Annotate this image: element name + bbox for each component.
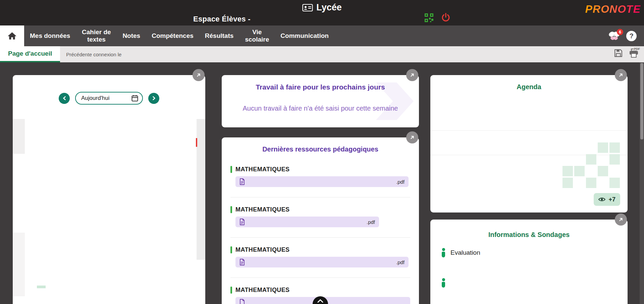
calendar-icon: [131, 95, 138, 102]
date-picker[interactable]: Aujourd'hui: [75, 92, 143, 105]
pdf-label: PDF: [634, 47, 640, 51]
blurred-timetable-block: [13, 233, 25, 296]
help-icon[interactable]: ?: [626, 31, 637, 41]
tab-page-accueil[interactable]: Page d'accueil: [0, 46, 60, 62]
pdf-file-icon: [239, 219, 245, 225]
agenda-more-label: +7: [608, 196, 615, 203]
resource-file-button[interactable]: .pdf: [235, 257, 409, 267]
resource-subject: MATHEMATIQUES: [230, 246, 410, 253]
file-extension-label: .pdf: [396, 179, 405, 185]
subject-label: MATHEMATIQUES: [235, 166, 290, 173]
resource-subject: MATHEMATIQUES: [230, 166, 410, 173]
resources-list: MATHEMATIQUES .pdf MATHEMATIQUES: [222, 157, 419, 304]
date-value: Aujourd'hui: [81, 95, 110, 102]
divider: [430, 130, 628, 131]
agenda-decoration: [562, 142, 623, 191]
notifications-icon[interactable]: 6: [608, 31, 620, 41]
decoration-square: [574, 166, 585, 176]
expand-infos-button[interactable]: [615, 214, 627, 226]
notification-badge: 6: [617, 29, 623, 35]
homework-title: Travail à faire pour les prochains jours: [222, 75, 419, 91]
chevron-up-icon: [317, 299, 323, 303]
decoration-square: [562, 166, 573, 176]
infos-card: Informations & Sondages Evaluation: [430, 220, 628, 304]
nav-item-cahier-de-textes[interactable]: Cahier de textes: [76, 25, 117, 46]
expand-icon: [618, 72, 624, 78]
expand-resources-button[interactable]: [406, 131, 418, 143]
info-item[interactable]: [442, 278, 628, 288]
top-bar: Lycée Espace Élèves - PRONOTE: [0, 0, 644, 25]
school-title: Lycée: [0, 2, 644, 13]
nav-item-mes-donnees[interactable]: Mes données: [24, 25, 76, 46]
decoration-square: [562, 178, 573, 188]
id-card-icon: [302, 4, 313, 12]
subject-color-bar: [230, 287, 232, 294]
decoration-square: [598, 142, 608, 153]
save-icon[interactable]: [614, 49, 623, 58]
file-extension-label: .pdf: [367, 219, 375, 225]
nav-item-vie-scolaire[interactable]: Vie scolaire: [239, 25, 275, 46]
info-icon: [442, 278, 445, 288]
pdf-file-icon: [239, 259, 245, 265]
nav-item-notes[interactable]: Notes: [117, 25, 146, 46]
school-name: Lycée: [316, 2, 342, 13]
vertical-scrollbar[interactable]: [640, 62, 644, 304]
subject-label: MATHEMATIQUES: [235, 246, 290, 253]
subject-label: MATHEMATIQUES: [235, 206, 290, 213]
resource-item: MATHEMATIQUES .pdf: [230, 238, 410, 278]
main-navigation: Mes données Cahier de textes Notes Compé…: [0, 25, 644, 46]
file-extension-label: .pdf: [396, 259, 405, 265]
nav-item-communication[interactable]: Communication: [275, 25, 334, 46]
nav-item-competences[interactable]: Compétences: [146, 25, 199, 46]
resource-subject: MATHEMATIQUES: [230, 287, 410, 294]
qr-code-icon[interactable]: [425, 13, 433, 22]
decoration-square: [609, 142, 620, 153]
subject-label: MATHEMATIQUES: [235, 287, 290, 294]
home-icon: [7, 32, 17, 40]
last-connection-label: Précédente connexion le: [66, 46, 121, 62]
expand-agenda-button[interactable]: [615, 69, 627, 81]
subject-color-bar: [230, 246, 232, 253]
info-label: Evaluation: [450, 249, 480, 256]
print-pdf-icon[interactable]: PDF: [629, 49, 639, 58]
subject-color-bar: [230, 206, 232, 213]
info-icon: [442, 248, 445, 257]
expand-icon: [410, 72, 415, 78]
resources-title: Dernières ressources pédagogiques: [222, 137, 419, 153]
agenda-title: Agenda: [430, 75, 628, 91]
decoration-square: [586, 178, 596, 188]
expand-icon: [618, 217, 624, 222]
next-day-button[interactable]: [148, 93, 159, 104]
expand-icon: [196, 72, 201, 78]
logout-icon[interactable]: [441, 12, 451, 22]
infos-title: Informations & Sondages: [430, 220, 628, 239]
resource-item: MATHEMATIQUES .pdf: [230, 197, 410, 238]
nav-right-actions: 6 ?: [608, 25, 644, 46]
schedule-card: Aujourd'hui: [13, 75, 205, 304]
agenda-more-button[interactable]: +7: [594, 193, 620, 206]
nav-home[interactable]: [0, 25, 24, 46]
space-label: Espace Élèves -: [193, 15, 251, 23]
blurred-timetable-block: [197, 119, 205, 260]
info-item[interactable]: Evaluation: [442, 248, 628, 257]
resource-subject: MATHEMATIQUES: [230, 206, 410, 213]
timetable-marker: [37, 286, 46, 288]
decoration-square: [598, 166, 608, 176]
pdf-file-icon: [239, 178, 245, 185]
pronote-logo: PRONOTE: [585, 3, 641, 15]
prev-day-button[interactable]: [59, 93, 70, 104]
date-navigation: Aujourd'hui: [13, 75, 205, 105]
decoration-square: [609, 154, 620, 165]
blurred-timetable-block: [13, 119, 25, 154]
pdf-file-icon: [239, 299, 245, 304]
homework-card: Travail à faire pour les prochains jours…: [222, 75, 419, 127]
main-content: Aujourd'hui Travail à faire pour les pr: [0, 62, 644, 304]
resource-file-button[interactable]: .pdf: [235, 217, 379, 227]
scrollbar-thumb[interactable]: [640, 63, 643, 139]
decoration-square: [609, 178, 620, 188]
resource-file-button[interactable]: .pdf: [235, 176, 409, 187]
tab-actions: PDF: [614, 49, 639, 58]
expand-schedule-button[interactable]: [193, 69, 205, 81]
expand-homework-button[interactable]: [406, 69, 418, 81]
nav-item-resultats[interactable]: Résultats: [199, 25, 239, 46]
